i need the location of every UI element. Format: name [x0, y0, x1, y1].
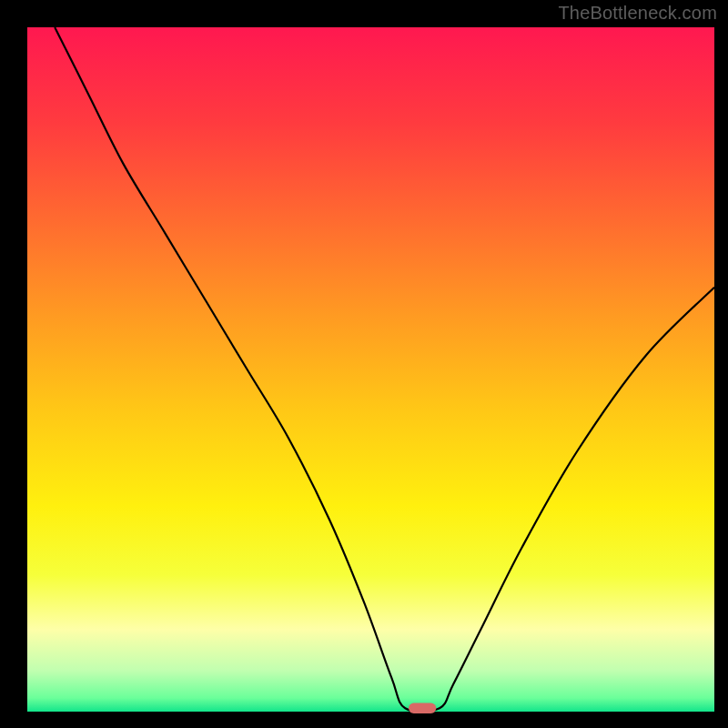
watermark-text: TheBottleneck.com	[558, 3, 717, 24]
gradient-background	[27, 27, 714, 712]
bottleneck-chart	[0, 0, 728, 728]
optimum-marker	[409, 703, 436, 713]
chart-frame: TheBottleneck.com	[0, 0, 728, 728]
